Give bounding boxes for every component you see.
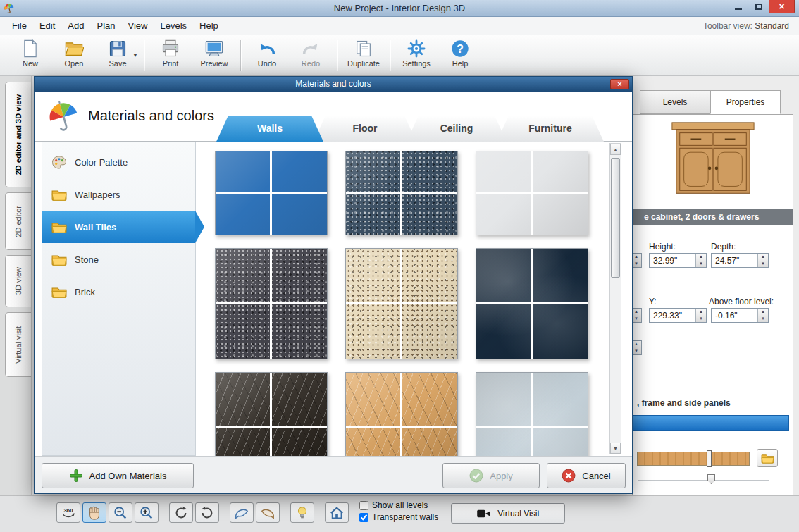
tab-virtual-visit[interactable]: Virtual visit — [5, 312, 31, 377]
tab-walls[interactable]: Walls — [216, 116, 323, 142]
category-color-palette[interactable]: Color Palette — [42, 146, 195, 178]
print-button[interactable]: Print — [149, 39, 192, 68]
material-swatch[interactable] — [345, 248, 458, 359]
duplicate-button[interactable]: Duplicate — [342, 39, 385, 68]
lighting-button[interactable] — [290, 502, 314, 523]
scroll-up-icon[interactable]: ▲ — [610, 144, 621, 155]
spinner-up-icon[interactable]: ▲ — [696, 309, 706, 316]
depth-spinner[interactable]: 24.57" ▲▼ — [711, 253, 769, 268]
undo-icon — [257, 39, 277, 58]
material-swatch[interactable] — [345, 151, 458, 235]
add-own-materials-button[interactable]: Add Own Materials — [42, 463, 194, 488]
spinner-down-icon[interactable]: ▼ — [632, 261, 641, 268]
spinner-down-icon[interactable]: ▼ — [696, 316, 706, 323]
material-swatch[interactable] — [476, 248, 588, 359]
wood-tone-slider[interactable] — [637, 452, 750, 466]
y-spinner[interactable]: 229.33" ▲▼ — [649, 308, 707, 323]
tab-2d-editor-and-3d-view[interactable]: 2D editor and 3D view — [5, 82, 31, 187]
spinner-up-icon[interactable]: ▲ — [758, 254, 768, 261]
new-button[interactable]: New — [8, 39, 52, 68]
cancel-button[interactable]: Cancel — [547, 463, 626, 488]
save-dropdown-icon[interactable]: ▼ — [132, 52, 138, 58]
spinner-up-icon[interactable]: ▲ — [632, 341, 641, 348]
spinner-down-icon[interactable]: ▼ — [632, 348, 641, 355]
pan-hand-button[interactable] — [82, 502, 106, 523]
undo-button[interactable]: Undo — [245, 39, 289, 68]
spinner-up-icon[interactable]: ▲ — [696, 254, 706, 261]
above-floor-spinner[interactable]: -0.16" ▲▼ — [711, 308, 769, 323]
spinner-up-icon[interactable]: ▲ — [758, 309, 768, 316]
material-swatch[interactable] — [476, 372, 588, 456]
scrollbar-thumb[interactable] — [611, 158, 620, 278]
cut-spinner-fragment[interactable]: ▲▼ — [632, 308, 642, 323]
category-stone[interactable]: Stone — [42, 243, 195, 276]
menu-edit[interactable]: Edit — [33, 18, 61, 34]
menu-file[interactable]: File — [6, 18, 33, 34]
draw-room-tool-button[interactable] — [230, 502, 254, 523]
tab-ceiling[interactable]: Ceiling — [407, 116, 507, 142]
spinner-down-icon[interactable]: ▼ — [696, 261, 706, 268]
virtual-visit-button[interactable]: Virtual Visit — [451, 503, 565, 524]
material-swatch[interactable] — [215, 248, 328, 359]
browse-material-button[interactable] — [757, 449, 778, 467]
tab-furniture[interactable]: Furniture — [497, 116, 604, 142]
help-button[interactable]: ? Help — [438, 39, 482, 68]
minimize-button[interactable] — [728, 0, 748, 13]
save-button[interactable]: Save ▼ — [96, 39, 140, 68]
spinner-down-icon[interactable]: ▼ — [758, 316, 768, 323]
settings-button[interactable]: Settings — [395, 39, 438, 68]
cut-spinner-fragment[interactable]: ▲▼ — [632, 340, 642, 355]
position-slider-track[interactable] — [638, 480, 769, 481]
checkbox[interactable] — [359, 513, 368, 522]
material-swatch[interactable] — [215, 372, 328, 456]
scroll-down-icon[interactable]: ▼ — [610, 443, 621, 454]
rotate-cw-button[interactable] — [195, 502, 219, 523]
menu-view[interactable]: View — [122, 18, 154, 34]
swatch-scrollbar[interactable]: ▲ ▼ — [609, 143, 621, 454]
material-swatch[interactable] — [215, 151, 328, 235]
cut-spinner-fragment[interactable]: ▲▼ — [632, 253, 642, 268]
slider-handle[interactable] — [707, 450, 712, 467]
menu-add[interactable]: Add — [61, 18, 90, 34]
apply-button[interactable]: Apply — [442, 463, 540, 488]
position-slider-handle[interactable] — [707, 474, 715, 484]
tab-floor[interactable]: Floor — [314, 116, 416, 142]
tab-3d-view[interactable]: 3D view — [5, 255, 31, 307]
dialog-close-button[interactable]: × — [610, 79, 629, 89]
category-brick[interactable]: Brick — [42, 276, 195, 308]
redo-button[interactable]: Redo — [289, 39, 333, 68]
spinner-up-icon[interactable]: ▲ — [632, 309, 641, 316]
dialog-titlebar: Materials and colors × — [35, 77, 632, 92]
view-360-button[interactable]: 360 — [56, 502, 80, 523]
dialog-title: Materials and colors — [295, 79, 371, 89]
toolbar-view-link[interactable]: Standard — [755, 21, 789, 31]
tab-properties[interactable]: Properties — [710, 90, 781, 114]
tab-2d-editor[interactable]: 2D editor — [5, 192, 31, 250]
rotate-ccw-button[interactable] — [169, 502, 193, 523]
show-all-levels-checkbox[interactable]: Show all levels — [359, 500, 438, 510]
selected-material-bar[interactable] — [633, 415, 789, 431]
spinner-down-icon[interactable]: ▼ — [758, 261, 768, 268]
zoom-in-button[interactable] — [135, 502, 159, 523]
preview-button[interactable]: Preview — [192, 39, 236, 68]
height-spinner[interactable]: 32.99" ▲▼ — [649, 253, 707, 268]
draw-wall-tool-button[interactable] — [256, 502, 280, 523]
category-wall-tiles[interactable]: Wall Tiles — [42, 211, 195, 243]
home-view-button[interactable] — [325, 502, 349, 523]
open-button[interactable]: Open — [52, 39, 96, 68]
checkbox[interactable] — [359, 501, 368, 510]
menu-plan[interactable]: Plan — [91, 18, 122, 34]
menu-levels[interactable]: Levels — [154, 18, 193, 34]
spinner-up-icon[interactable]: ▲ — [632, 254, 641, 261]
tab-levels[interactable]: Levels — [640, 90, 710, 114]
maximize-button[interactable] — [748, 0, 769, 13]
transparent-walls-checkbox[interactable]: Transparent walls — [359, 512, 438, 522]
minimize-icon — [735, 8, 742, 10]
material-swatch[interactable] — [476, 151, 588, 235]
spinner-down-icon[interactable]: ▼ — [632, 316, 641, 323]
menu-help[interactable]: Help — [193, 18, 225, 34]
zoom-out-button[interactable] — [109, 502, 132, 523]
close-button[interactable]: × — [769, 0, 795, 13]
category-wallpapers[interactable]: Wallpapers — [42, 178, 195, 211]
material-swatch[interactable] — [345, 372, 458, 456]
